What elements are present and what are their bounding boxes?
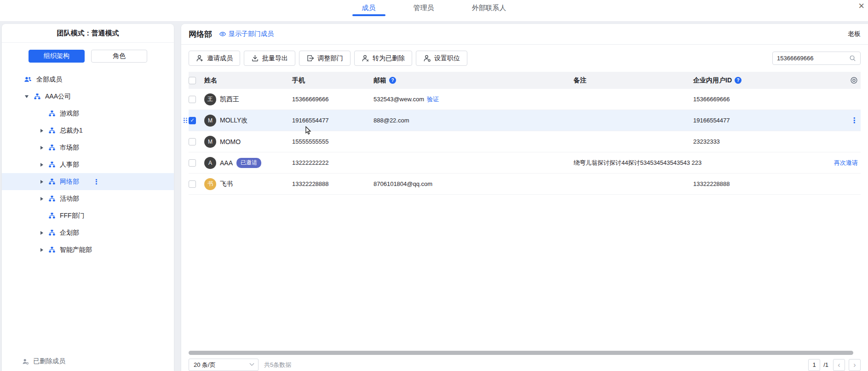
verify-link[interactable]: 验证 (427, 96, 439, 103)
tree-item[interactable]: 全部成员 (2, 71, 174, 88)
select-all-checkbox[interactable] (189, 77, 196, 84)
tree-item-label: 人事部 (60, 161, 79, 169)
member-row: AAAA已邀请13222222222绕弯儿翁探讨探讨44探讨5345345435… (189, 152, 861, 174)
tree-item[interactable]: 总裁办1 (2, 122, 174, 139)
email-help-icon[interactable]: ? (389, 77, 396, 84)
tab-external-contacts-label: 外部联系人 (472, 4, 506, 12)
caret-down-icon[interactable] (25, 95, 29, 98)
avatar: M (204, 115, 216, 127)
caret-right-icon[interactable] (40, 163, 43, 167)
tree-item-more-icon[interactable]: ⋮ (93, 178, 100, 186)
tab-admins[interactable]: 管理员 (414, 0, 434, 21)
tree-item[interactable]: 游戏部 (2, 105, 174, 122)
person-remove-button[interactable]: 转为已删除 (354, 51, 412, 66)
tree-item-label: 游戏部 (60, 110, 79, 118)
person-add-button[interactable]: 邀请成员 (189, 51, 240, 66)
member-row: MMOMO1555555555523232333 (189, 131, 861, 152)
phone-cell: 13322228888 (292, 180, 374, 187)
tree-item-label: 总裁办1 (60, 127, 83, 135)
org-icon (49, 247, 55, 253)
tab-members[interactable]: 成员 (362, 0, 376, 21)
horizontal-scrollbar[interactable] (189, 351, 853, 355)
row-more-icon[interactable]: ⋮ (851, 117, 858, 124)
roles-button[interactable]: 角色 (91, 50, 147, 63)
checkbox-cell (189, 180, 204, 188)
name-cell: MMOMO (204, 136, 292, 148)
member-row: 书飞书133222288888706101804@qq.com133222288… (189, 174, 861, 195)
user-id-cell: 19166554477 (693, 117, 822, 124)
toolbar-button-label: 转为已删除 (373, 54, 405, 63)
checkbox-cell: ✓ (189, 117, 204, 124)
org-sidebar: 团队模式：普通模式 组织架构 角色 全部成员AAA公司游戏部总裁办1市场部人事部… (2, 24, 174, 371)
tree-item-label: FFF部门 (60, 212, 85, 220)
drag-handle-icon[interactable] (184, 118, 187, 123)
people-icon (24, 76, 32, 83)
row-checkbox[interactable] (189, 96, 196, 103)
caret-right-icon[interactable] (40, 146, 43, 150)
tree-item[interactable]: 市场部 (2, 139, 174, 156)
member-name: 飞书 (220, 180, 233, 188)
member-search-input[interactable] (777, 55, 846, 62)
reinvite-link[interactable]: 再次邀请 (834, 159, 858, 167)
deleted-members-entry[interactable]: 已删除成员 (2, 354, 174, 371)
email-cell: 532543@wew.com验证 (374, 95, 574, 104)
page-number-box[interactable]: 1 (808, 359, 820, 371)
org-icon (49, 213, 55, 219)
user-id-cell: 23232333 (693, 138, 822, 145)
tab-external-contacts[interactable]: 外部联系人 (472, 0, 506, 21)
row-checkbox[interactable] (189, 159, 196, 167)
move-dept-icon (306, 54, 314, 62)
page-size-select[interactable]: 20 条/页 (189, 359, 259, 371)
download-button[interactable]: 批量导出 (244, 51, 295, 66)
member-row: 王凯西王15366669666532543@wew.com验证153666696… (189, 89, 861, 110)
email-cell: 888@22.com (374, 117, 574, 124)
org-structure-button[interactable]: 组织架构 (29, 50, 85, 63)
next-page-button[interactable]: › (849, 359, 861, 371)
eye-icon (219, 30, 226, 38)
tab-members-label: 成员 (362, 4, 376, 12)
tree-item[interactable]: 活动部 (2, 190, 174, 207)
org-icon (49, 196, 55, 202)
toolbar-button-label: 邀请成员 (207, 54, 233, 63)
tree-item[interactable]: FFF部门 (2, 207, 174, 224)
person-gear-button[interactable]: 设置职位 (416, 51, 467, 66)
user-id-help-icon[interactable]: ? (735, 77, 742, 84)
column-header-user-id: 企业内用户ID? (693, 76, 822, 85)
tree-item[interactable]: 企划部 (2, 224, 174, 241)
caret-right-icon[interactable] (40, 248, 43, 252)
name-cell: 书飞书 (204, 178, 292, 190)
caret-right-icon[interactable] (40, 129, 43, 133)
member-search-box[interactable] (772, 52, 861, 65)
org-icon (49, 110, 55, 116)
move-dept-button[interactable]: 调整部门 (299, 51, 351, 66)
user-id-cell: 13322228888 (693, 180, 822, 187)
deleted-member-icon (22, 358, 29, 365)
tree-item[interactable]: 智能产能部 (2, 241, 174, 258)
close-icon[interactable]: × (858, 0, 864, 12)
row-checkbox[interactable]: ✓ (189, 117, 196, 124)
tree-item[interactable]: 网络部⋮ (2, 173, 174, 190)
column-settings-icon[interactable] (850, 76, 858, 84)
tree-item[interactable]: AAA公司 (2, 88, 174, 105)
row-checkbox[interactable] (189, 180, 196, 188)
toolbar-button-label: 设置职位 (434, 54, 460, 63)
phone-cell: 15555555555 (292, 138, 374, 145)
caret-right-icon[interactable] (40, 197, 43, 201)
total-count-label: 共5条数据 (264, 361, 291, 369)
search-icon[interactable] (849, 55, 856, 62)
tree-item[interactable]: 人事部 (2, 156, 174, 173)
tree-item-label: 活动部 (60, 195, 79, 203)
page-total-label: /1 (823, 361, 828, 368)
row-checkbox[interactable] (189, 138, 196, 145)
caret-right-icon[interactable] (40, 231, 43, 235)
toolbar-button-label: 调整部门 (317, 54, 343, 63)
page-body: 团队模式：普通模式 组织架构 角色 全部成员AAA公司游戏部总裁办1市场部人事部… (0, 22, 868, 371)
department-title: 网络部 (189, 29, 212, 40)
caret-right-icon[interactable] (40, 180, 43, 184)
active-tab-underline (352, 14, 385, 16)
show-sub-department-toggle[interactable]: 显示子部门成员 (219, 30, 274, 38)
checkbox-cell (189, 159, 204, 167)
member-name: MOLLY改 (220, 116, 247, 125)
prev-page-button[interactable]: ‹ (833, 359, 845, 371)
org-icon (49, 230, 55, 236)
